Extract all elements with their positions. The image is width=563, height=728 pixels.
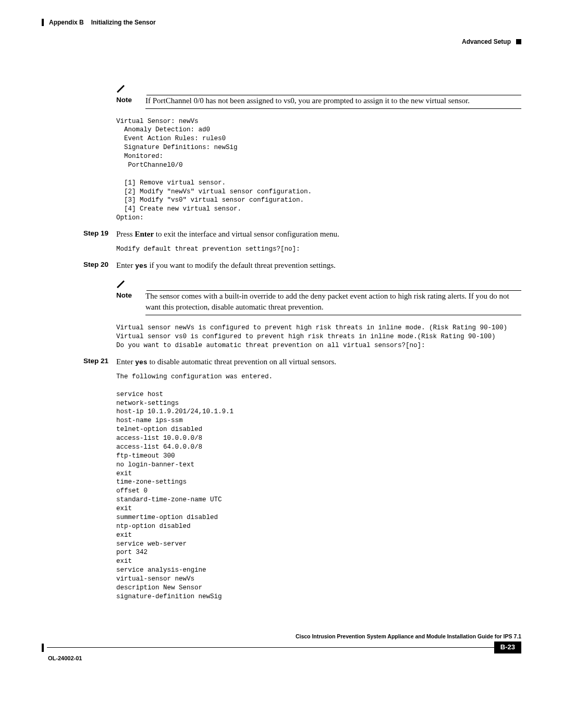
page-content: Note If PortChannel 0/0 has not been ass… xyxy=(42,83,521,601)
note-pen-icon xyxy=(115,278,126,289)
note-label: Note xyxy=(116,291,145,301)
code-block-4: The following configuration was entered.… xyxy=(116,373,521,601)
header-square-marker xyxy=(516,39,521,44)
note-label: Note xyxy=(116,95,145,105)
note-text-1: If PortChannel 0/0 has not been assigned… xyxy=(145,95,521,106)
page-footer: Cisco Intrusion Prevention System Applia… xyxy=(42,633,521,662)
note-bottom-rule xyxy=(145,108,521,109)
footer-tick xyxy=(42,644,44,652)
step-21: Step 21 Enter yes to disable automatic t… xyxy=(83,356,521,367)
step-text-19: Press Enter to exit the interface and vi… xyxy=(116,229,521,240)
section-label: Advanced Setup xyxy=(462,38,511,46)
chapter-title: Initializing the Sensor xyxy=(91,18,156,27)
footer-line xyxy=(47,647,494,648)
step-text-20: Enter yes if you want to modify the defa… xyxy=(116,260,521,271)
code-block-1: Virtual Sensor: newVs Anomaly Detection:… xyxy=(116,117,521,223)
code-block-3: Virtual sensor newVs is configured to pr… xyxy=(116,324,521,350)
note-text-2: The sensor comes with a built-in overrid… xyxy=(145,291,521,313)
step-20: Step 20 Enter yes if you want to modify … xyxy=(83,260,521,271)
header-tick-mark xyxy=(42,19,44,26)
note-pen-icon xyxy=(115,83,126,93)
note-bottom-rule xyxy=(145,315,521,315)
header-right: Advanced Setup xyxy=(42,38,521,46)
header-left: Appendix B Initializing the Sensor xyxy=(42,18,163,27)
note-block-2: Note The sensor comes with a built-in ov… xyxy=(116,278,521,315)
step-19: Step 19 Press Enter to exit the interfac… xyxy=(83,229,521,240)
step-label-19: Step 19 xyxy=(83,229,116,239)
step-text-21: Enter yes to disable automatic threat pr… xyxy=(116,356,521,367)
footer-guide-title: Cisco Intrusion Prevention System Applia… xyxy=(42,633,521,640)
appendix-label: Appendix B xyxy=(49,18,84,27)
note-block-1: Note If PortChannel 0/0 has not been ass… xyxy=(116,83,521,109)
page-header: Appendix B Initializing the Sensor xyxy=(42,18,521,27)
step-label-20: Step 20 xyxy=(83,260,116,270)
doc-number: OL-24002-01 xyxy=(48,655,521,662)
code-block-2: Modify default threat prevention setting… xyxy=(116,245,521,254)
step-label-21: Step 21 xyxy=(83,356,116,366)
page-number: B-23 xyxy=(494,641,521,653)
footer-bar: B-23 xyxy=(42,641,521,653)
